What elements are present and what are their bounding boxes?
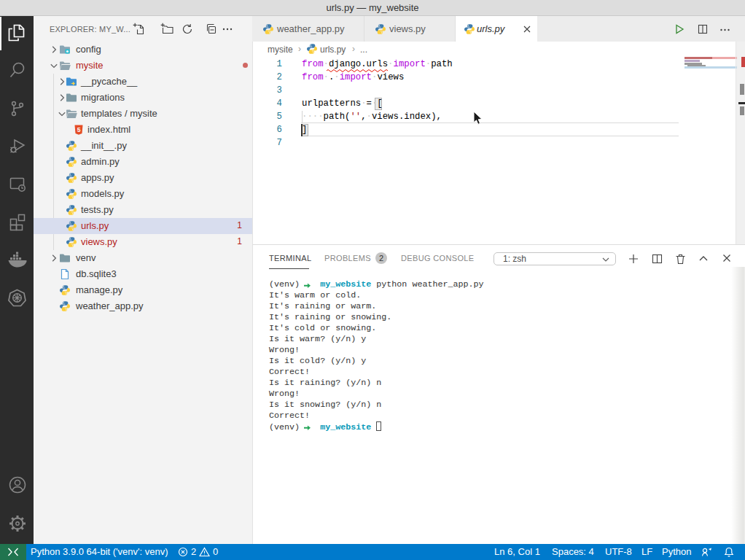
svg-text:5: 5 bbox=[77, 126, 81, 133]
